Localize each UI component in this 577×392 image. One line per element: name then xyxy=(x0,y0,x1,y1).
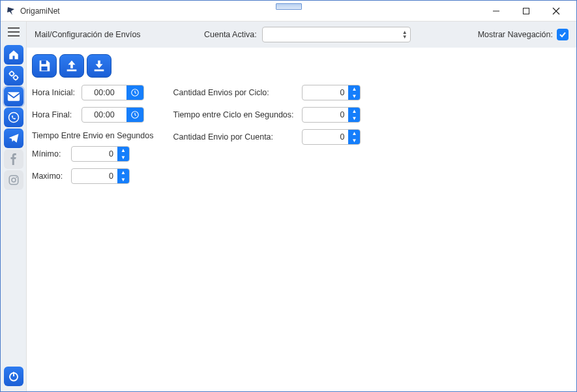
maximo-value: 0 xyxy=(72,172,117,181)
sidebar-item-settings[interactable] xyxy=(4,66,23,85)
combo-updown-icon: ▲▼ xyxy=(402,30,407,39)
sidebar-item-mail[interactable] xyxy=(4,87,23,106)
hora-inicial-label: Hora Inicial: xyxy=(32,88,76,97)
svg-rect-15 xyxy=(67,70,77,72)
form-col-right: Cantidad Envios por Ciclo: 0 ▲▼ Tiempo e… xyxy=(173,84,361,145)
sidebar-item-telegram[interactable] xyxy=(4,128,23,148)
app-title: OrigamiNet xyxy=(20,7,60,16)
tiempo-ciclo-value: 0 xyxy=(303,110,348,119)
svg-rect-14 xyxy=(41,67,47,70)
row-maximo: Maximo: 0 ▲▼ xyxy=(32,168,153,185)
maximize-button[interactable] xyxy=(511,1,541,21)
action-row xyxy=(32,54,571,78)
cant-ciclo-value: 0 xyxy=(303,88,348,97)
cant-ciclo-input[interactable]: 0 ▲▼ xyxy=(302,85,361,100)
row-tiempo-ciclo: Tiempo entre Ciclo en Segundos: 0 ▲▼ xyxy=(173,106,361,123)
svg-rect-13 xyxy=(41,61,46,65)
svg-rect-1 xyxy=(524,8,529,14)
stepper-icon: ▲▼ xyxy=(348,108,360,122)
app-logo-icon xyxy=(6,6,16,16)
download-button[interactable] xyxy=(87,54,111,78)
account-label: Cuenta Activa: xyxy=(204,30,257,39)
svg-point-10 xyxy=(16,177,17,178)
minimo-label: Mínimo: xyxy=(32,149,66,158)
title-grip xyxy=(276,3,302,10)
row-minimo: Mínimo: 0 ▲▼ xyxy=(32,145,153,162)
nav-toggle-section: Mostrar Navegación: xyxy=(478,29,569,40)
minimize-button[interactable] xyxy=(481,1,511,21)
hora-final-value: 00:00 xyxy=(82,110,126,119)
hora-final-label: Hora Final: xyxy=(32,110,76,119)
hora-inicial-value: 00:00 xyxy=(82,88,126,97)
sidebar-item-power[interactable] xyxy=(4,367,23,386)
content: Hora Inicial: 00:00 Hora Final: 00:00 xyxy=(27,48,576,391)
clock-icon xyxy=(126,108,143,122)
stepper-icon: ▲▼ xyxy=(117,169,129,183)
upload-button[interactable] xyxy=(59,54,84,78)
window-controls xyxy=(481,1,571,21)
account-section: Cuenta Activa: ▲▼ xyxy=(204,27,411,42)
svg-rect-16 xyxy=(95,70,104,72)
sidebar-item-instagram[interactable] xyxy=(4,170,23,190)
sidebar xyxy=(1,22,27,391)
hora-final-input[interactable]: 00:00 xyxy=(81,107,144,123)
cant-cuenta-input[interactable]: 0 ▲▼ xyxy=(302,129,361,145)
stepper-icon: ▲▼ xyxy=(348,85,360,100)
minimo-value: 0 xyxy=(72,149,117,158)
hamburger-menu-button[interactable] xyxy=(4,24,23,40)
save-button[interactable] xyxy=(32,54,57,78)
between-section-label: Tiempo Entre Envio en Segundos xyxy=(32,128,153,140)
svg-point-9 xyxy=(12,178,16,182)
sidebar-item-home[interactable] xyxy=(4,45,23,65)
svg-point-5 xyxy=(14,76,18,80)
row-hora-inicial: Hora Inicial: 00:00 xyxy=(32,84,153,101)
cant-cuenta-value: 0 xyxy=(303,132,348,142)
tiempo-ciclo-label: Tiempo entre Ciclo en Segundos: xyxy=(173,110,297,119)
close-button[interactable] xyxy=(541,1,571,21)
cant-cuenta-label: Cantidad Envio por Cuenta: xyxy=(173,132,297,142)
row-hora-final: Hora Final: 00:00 xyxy=(32,106,153,123)
maximo-input[interactable]: 0 ▲▼ xyxy=(71,168,130,184)
svg-point-4 xyxy=(10,72,14,76)
titlebar: OrigamiNet xyxy=(1,1,576,22)
sidebar-item-whatsapp[interactable] xyxy=(4,108,23,127)
form-col-left: Hora Inicial: 00:00 Hora Final: 00:00 xyxy=(32,84,153,185)
app-window: OrigamiNet xyxy=(0,0,577,392)
svg-rect-6 xyxy=(7,92,19,100)
nav-toggle-label: Mostrar Navegación: xyxy=(478,30,553,39)
form: Hora Inicial: 00:00 Hora Final: 00:00 xyxy=(32,84,571,185)
stepper-icon: ▲▼ xyxy=(348,130,360,144)
tiempo-ciclo-input[interactable]: 0 ▲▼ xyxy=(302,107,361,123)
sidebar-item-facebook[interactable] xyxy=(4,149,23,169)
minimo-input[interactable]: 0 ▲▼ xyxy=(71,146,130,162)
stepper-icon: ▲▼ xyxy=(117,147,129,161)
svg-point-7 xyxy=(8,113,18,123)
row-cant-ciclo: Cantidad Envios por Ciclo: 0 ▲▼ xyxy=(173,84,361,101)
breadcrumb: Mail/Configuración de Envíos xyxy=(35,30,191,39)
toolbar: Mail/Configuración de Envíos Cuenta Acti… xyxy=(27,22,576,48)
clock-icon xyxy=(126,85,143,100)
row-cant-cuenta: Cantidad Envio por Cuenta: 0 ▲▼ xyxy=(173,128,361,145)
hora-inicial-input[interactable]: 00:00 xyxy=(81,85,144,100)
nav-toggle-checkbox[interactable] xyxy=(557,29,569,40)
main-area: Mail/Configuración de Envíos Cuenta Acti… xyxy=(27,22,576,391)
maximo-label: Maximo: xyxy=(32,172,66,181)
cant-ciclo-label: Cantidad Envios por Ciclo: xyxy=(173,88,297,97)
account-combobox[interactable]: ▲▼ xyxy=(262,27,411,42)
